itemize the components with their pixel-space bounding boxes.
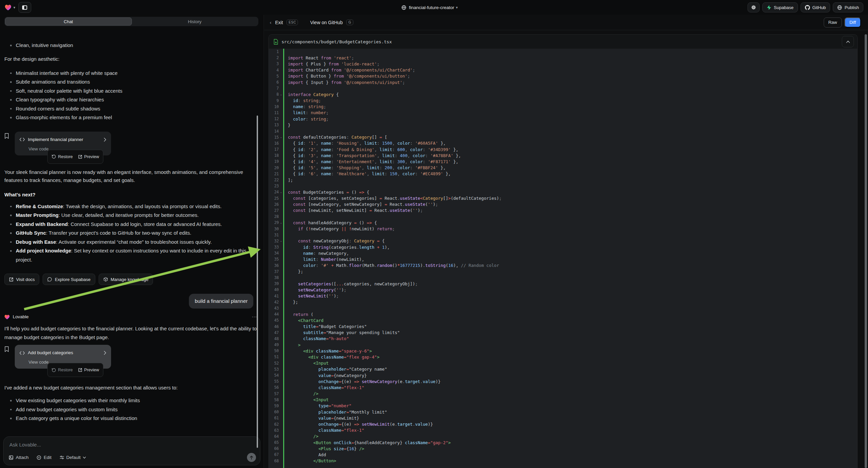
fold-caret-icon[interactable]: ⌄ — [279, 221, 283, 224]
list-item: Add new budget categories with custom li… — [16, 405, 259, 414]
code-viewer[interactable]: 12import React from 'react';3import { Pl… — [269, 49, 857, 468]
supabase-button[interactable]: Supabase — [762, 2, 798, 12]
diff-button[interactable]: Diff — [844, 18, 861, 28]
code-line: 29⌄ const handleAddCategory = () => { — [269, 220, 857, 226]
code-line: 20 { id: '5', name: 'Shopping', limit: 2… — [269, 165, 857, 171]
code-line: 15⌄const defaultCategories: Category[] =… — [269, 134, 857, 140]
sidebar-icon — [22, 5, 27, 10]
esc-shortcut-badge: ESC — [286, 20, 298, 25]
code-panel-scrollbar[interactable] — [865, 34, 867, 468]
external-link-icon — [78, 368, 82, 372]
collapse-file-button[interactable] — [842, 36, 854, 47]
code-line: 61 value={newLimit} — [269, 415, 857, 421]
lovable-logo-icon[interactable] — [5, 4, 11, 11]
list-item: Each category gets a unique color for vi… — [16, 414, 259, 423]
code-line: 23 — [269, 183, 857, 189]
list-item: View existing budget categories with the… — [16, 396, 259, 405]
list-item: Minimalist interface with plenty of whit… — [16, 69, 259, 78]
bookmark-icon[interactable] — [4, 346, 9, 352]
restore-button[interactable]: Restore — [52, 365, 73, 374]
chevron-down-icon — [83, 457, 86, 459]
reply-paragraph: I'll help you add budget categories to t… — [4, 324, 259, 342]
list-item: Clean, intuitive navigation — [16, 42, 259, 50]
chat-scrollbar[interactable] — [257, 116, 258, 448]
prompt-composer[interactable]: Ask Lovable... Attach Edit Default — [3, 436, 260, 465]
view-on-github-button[interactable]: View on GitHub — [310, 20, 343, 25]
visit-docs-button[interactable]: Visit docs — [4, 273, 39, 285]
list-item: Add project knowledge: Set key context o… — [16, 246, 259, 264]
file-header[interactable]: src/components/budget/BudgetCategories.t… — [269, 35, 857, 49]
fold-caret-icon[interactable]: ⌄ — [279, 239, 283, 242]
tab-history[interactable]: History — [132, 18, 258, 26]
restore-button[interactable]: Restore — [52, 152, 73, 161]
supabase-label: Supabase — [774, 5, 794, 10]
fold-caret-icon[interactable]: ⌄ — [279, 191, 283, 194]
chevron-down-icon[interactable]: ▾ — [13, 5, 16, 10]
code-line: 31 — [269, 232, 857, 238]
attach-button[interactable]: Attach — [9, 455, 29, 460]
user-message-bubble: build a financial planner — [189, 294, 253, 309]
code-line: 8⌄interface Category { — [269, 91, 857, 97]
list-item: Debug with Ease: Activate our experiment… — [16, 238, 259, 247]
edit-mode-button[interactable]: Edit — [37, 455, 51, 460]
code-line: 44 return ( — [269, 311, 857, 317]
tab-chat-label: Chat — [64, 19, 73, 24]
file-path: src/components/budget/BudgetCategories.t… — [281, 39, 838, 44]
code-line: 39 setCategories([...categories, newCate… — [269, 281, 857, 287]
preview-button[interactable]: Preview — [78, 365, 99, 374]
list-item: GitHub Sync: Transfer your project's cod… — [16, 229, 259, 238]
chevron-down-icon: ▾ — [456, 5, 458, 10]
code-line: 56 className="flex-1" — [269, 384, 857, 390]
code-line: 45 <ChartCard — [269, 317, 857, 323]
code-line: 46 title="Budget Categories" — [269, 323, 857, 329]
exit-button[interactable]: Exit — [275, 20, 283, 25]
code-line: 57 /> — [269, 391, 857, 397]
fold-caret-icon[interactable]: ⌄ — [279, 93, 283, 96]
preview-button[interactable]: Preview — [78, 152, 99, 161]
settings-button[interactable] — [748, 2, 760, 12]
code-line: 19 { id: '4', name: 'Entertainment', lim… — [269, 158, 857, 165]
g-shortcut-badge: G — [346, 20, 353, 25]
gear-icon — [751, 5, 756, 10]
design-bullet-list: Minimalist interface with plenty of whit… — [4, 69, 259, 122]
chevron-left-icon[interactable]: ‹ — [270, 20, 272, 25]
bookmark-icon[interactable] — [4, 133, 9, 139]
preview-label: Preview — [84, 365, 99, 374]
code-line: 32⌄ const newCategoryObj: Category = { — [269, 238, 857, 244]
restore-icon — [52, 154, 56, 159]
file-added-icon — [274, 39, 278, 45]
partial-bullet-list: Clean, intuitive navigation — [4, 42, 259, 50]
explore-supabase-button[interactable]: Explore Supabase — [42, 273, 95, 285]
chat-message-list[interactable]: Clean, intuitive navigation For the desi… — [0, 42, 264, 434]
code-line: 24⌄const BudgetCategories = () => { — [269, 189, 857, 195]
toggle-sidebar-button[interactable] — [19, 2, 31, 13]
manage-knowledge-button[interactable]: Manage knowledge — [99, 273, 153, 285]
github-icon — [805, 5, 810, 10]
code-line: 33 id: String(categories.length + 1), — [269, 244, 857, 250]
code-panel-header: ‹ Exit ESC View on GitHub G Raw Diff — [265, 15, 868, 30]
code-line: 55 onChange={(e) => setNewCategory(e.tar… — [269, 378, 857, 384]
code-line: 11 limit: number; — [269, 110, 857, 116]
code-line: 26 const [newCategory, setNewCategory] =… — [269, 201, 857, 207]
raw-button[interactable]: Raw — [824, 18, 842, 28]
list-item: Soft, neutral color palette with light b… — [16, 87, 259, 96]
code-line: 43 — [269, 305, 857, 311]
fold-caret-icon[interactable]: ⌄ — [279, 136, 283, 139]
model-selector[interactable]: Default — [60, 455, 86, 460]
github-button[interactable]: GitHub — [801, 2, 830, 12]
code-line: 50 <div className="space-y-6"> — [269, 348, 857, 354]
visit-docs-label: Visit docs — [16, 277, 35, 282]
code-line: 17 { id: '2', name: 'Food & Dining', lim… — [269, 146, 857, 152]
globe-icon — [401, 5, 406, 10]
restore-preview-pill: Restore Preview — [47, 150, 103, 164]
code-line: 30 if (!newCategory || !newLimit) return… — [269, 226, 857, 232]
project-selector[interactable]: financial-future-creator ▾ — [401, 0, 458, 15]
quick-actions-row: Visit docs Explore Supabase Manage knowl… — [4, 273, 259, 285]
send-button[interactable] — [247, 453, 256, 462]
tab-chat[interactable]: Chat — [5, 18, 132, 26]
code-line: 10 name: string; — [269, 104, 857, 110]
publish-button[interactable]: Publish — [833, 2, 863, 12]
code-line: 64 /> — [269, 433, 857, 439]
arrow-up-icon — [250, 456, 253, 460]
added-bullet-list: View existing budget categories with the… — [4, 396, 259, 423]
